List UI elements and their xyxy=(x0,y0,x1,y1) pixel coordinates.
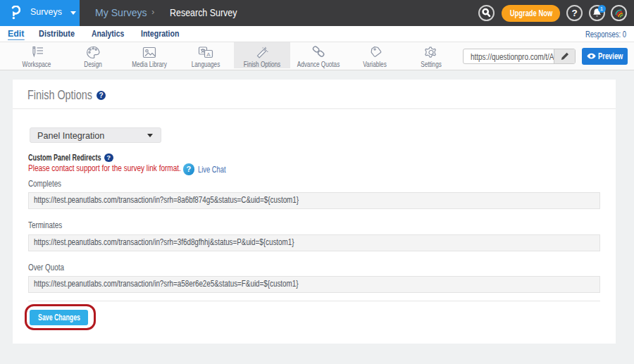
svg-text:A: A xyxy=(206,51,211,58)
